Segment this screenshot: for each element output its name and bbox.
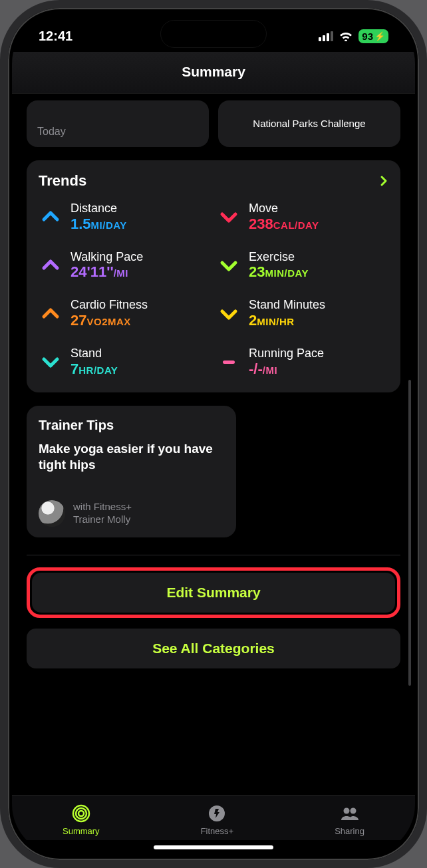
edit-summary-button[interactable]: Edit Summary: [32, 573, 395, 613]
battery-indicator: 93⚡: [358, 29, 388, 43]
trends-title: Trends: [39, 172, 86, 190]
trend-label: Move: [249, 202, 319, 216]
trend-walking-pace[interactable]: Walking Pace 24'11''/MI: [39, 250, 210, 281]
trend-stand-minutes[interactable]: Stand Minutes 2MIN/HR: [217, 298, 388, 329]
today-card-label: Today: [37, 126, 66, 138]
rings-icon: [71, 803, 91, 823]
scroll-indicator[interactable]: [408, 380, 411, 686]
status-right: 93⚡: [319, 29, 388, 43]
svg-point-3: [78, 811, 84, 816]
edit-summary-highlight: Edit Summary: [27, 567, 400, 618]
tab-sharing-label: Sharing: [335, 826, 364, 836]
trends-section[interactable]: Trends Distance 1.5MI/DAY Move 238CAL/DA…: [27, 160, 400, 392]
trend-arrow-icon: [217, 353, 241, 371]
trend-exercise[interactable]: Exercise 23MIN/DAY: [217, 250, 388, 281]
svg-point-5: [343, 808, 349, 814]
trend-label: Stand: [71, 347, 118, 361]
trend-move[interactable]: Move 238CAL/DAY: [217, 202, 388, 233]
home-indicator[interactable]: [154, 845, 273, 849]
national-parks-label: National Parks Challenge: [253, 118, 365, 130]
trend-arrow-icon: [217, 256, 241, 275]
trainer-tips-card[interactable]: Trainer Tips Make yoga easier if you hav…: [27, 406, 236, 537]
trend-arrow-icon: [217, 208, 241, 226]
fitness-plus-icon: [207, 803, 227, 823]
tab-summary[interactable]: Summary: [63, 803, 100, 836]
trend-value: 238CAL/DAY: [249, 216, 319, 233]
trend-value: 7HR/DAY: [71, 361, 118, 378]
tab-fitness-plus[interactable]: Fitness+: [201, 803, 234, 836]
trainer-byline-2: Trainer Molly: [73, 513, 132, 526]
trend-arrow-icon: [217, 305, 241, 323]
trend-distance[interactable]: Distance 1.5MI/DAY: [39, 202, 210, 233]
tab-bar: Summary Fitness+ Sharing: [12, 795, 415, 840]
trends-header: Trends: [39, 172, 388, 190]
chevron-right-icon[interactable]: [379, 174, 388, 188]
trend-running-pace[interactable]: Running Pace -/-/MI: [217, 347, 388, 378]
screen: 12:41 93⚡ Summary Today Natio: [12, 12, 415, 856]
national-parks-card[interactable]: National Parks Challenge: [218, 100, 400, 147]
trend-arrow-icon: [39, 208, 63, 226]
dynamic-island: [160, 20, 267, 48]
charging-icon: ⚡: [374, 31, 385, 41]
trend-cardio-fitness[interactable]: Cardio Fitness 27VO2MAX: [39, 298, 210, 329]
trends-grid: Distance 1.5MI/DAY Move 238CAL/DAY Walki…: [39, 202, 388, 378]
see-all-categories-button[interactable]: See All Categories: [27, 629, 400, 668]
trend-value: 24'11''/MI: [71, 263, 143, 281]
content: Today National Parks Challenge Trends Di…: [12, 94, 415, 795]
trend-label: Cardio Fitness: [71, 298, 148, 312]
trend-label: Stand Minutes: [249, 298, 325, 312]
tab-sharing[interactable]: Sharing: [335, 803, 364, 836]
svg-point-6: [350, 808, 356, 814]
trainer-byline-1: with Fitness+: [73, 501, 132, 513]
trainer-tips-title: Trainer Tips: [39, 418, 224, 433]
tab-fitness-label: Fitness+: [201, 826, 234, 836]
trend-label: Walking Pace: [71, 250, 143, 264]
trainer-tips-footer: with Fitness+ Trainer Molly: [39, 474, 224, 527]
svg-rect-0: [223, 361, 235, 364]
trainer-avatar: [39, 500, 65, 527]
today-card[interactable]: Today: [27, 100, 209, 147]
trainer-tips-headline: Make yoga easier if you have tight hips: [39, 441, 224, 474]
trend-arrow-icon: [39, 353, 63, 371]
trend-value: 23MIN/DAY: [249, 263, 309, 281]
cellular-icon: [319, 31, 333, 41]
trend-arrow-icon: [39, 305, 63, 323]
phone-frame: 12:41 93⚡ Summary Today Natio: [0, 0, 427, 868]
trend-arrow-icon: [39, 256, 63, 275]
trend-value: 2MIN/HR: [249, 312, 325, 329]
tab-summary-label: Summary: [63, 826, 100, 836]
status-time: 12:41: [39, 29, 72, 44]
page-title: Summary: [12, 52, 415, 94]
sharing-icon: [340, 803, 360, 823]
svg-point-2: [76, 808, 86, 819]
trend-value: -/-/MI: [249, 361, 324, 378]
divider: [27, 555, 400, 555]
summary-cards-row: Today National Parks Challenge: [27, 100, 400, 147]
battery-percent: 93: [362, 31, 373, 42]
trend-label: Running Pace: [249, 347, 324, 361]
trend-value: 27VO2MAX: [71, 312, 148, 329]
trend-value: 1.5MI/DAY: [71, 216, 127, 233]
trend-label: Exercise: [249, 250, 309, 264]
trend-stand[interactable]: Stand 7HR/DAY: [39, 347, 210, 378]
wifi-icon: [339, 31, 353, 41]
trend-label: Distance: [71, 202, 127, 216]
